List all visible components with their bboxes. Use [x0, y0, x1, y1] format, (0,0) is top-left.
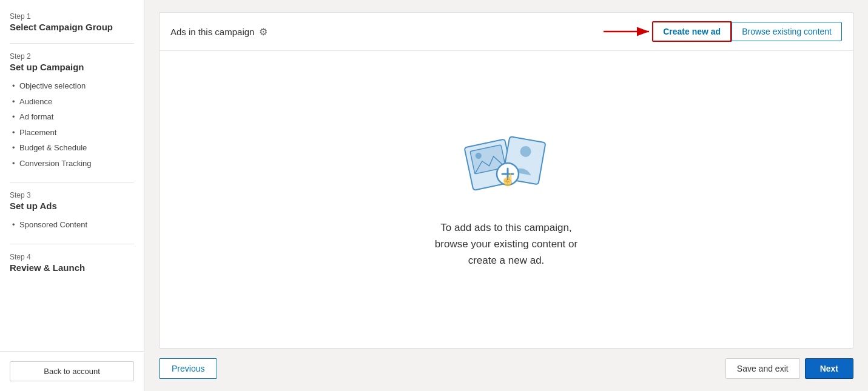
campaign-panel: Ads in this campaign ⚙ Create new ad: [159, 12, 853, 349]
panel-header-right: Create new ad Browse existing content: [652, 21, 842, 42]
step-2-items: Objective selection Audience Ad format P…: [12, 78, 134, 171]
list-item[interactable]: Placement: [12, 125, 134, 141]
step-2-section: Step 2 Set up Campaign Objective selecti…: [10, 52, 134, 171]
empty-state-line3: create a new ad.: [435, 252, 577, 269]
red-arrow-annotation: [604, 23, 658, 40]
panel-header: Ads in this campaign ⚙ Create new ad: [160, 13, 853, 51]
right-buttons: Save and exit Next: [725, 358, 853, 379]
panel-body-empty-state: ☝ To add ads to this campaign, browse yo…: [160, 51, 853, 348]
main-content: Ads in this campaign ⚙ Create new ad: [144, 0, 868, 391]
list-item[interactable]: Budget & Schedule: [12, 140, 134, 156]
previous-button[interactable]: Previous: [159, 358, 217, 379]
step-1-section: Step 1 Select Campaign Group: [10, 12, 134, 32]
sidebar-footer: Back to account: [0, 351, 144, 391]
step-1-label: Step 1: [10, 12, 134, 21]
step-3-items: Sponsored Content: [12, 217, 134, 233]
empty-state-text: To add ads to this campaign, browse your…: [435, 219, 577, 269]
gear-icon[interactable]: ⚙: [259, 26, 267, 38]
empty-state-line1: To add ads to this campaign,: [435, 219, 577, 236]
step-1-title: Select Campaign Group: [10, 22, 134, 32]
list-item[interactable]: Audience: [12, 94, 134, 110]
step-4-section: Step 4 Review & Launch: [10, 253, 134, 273]
step-4-label: Step 4: [10, 253, 134, 261]
list-item[interactable]: Objective selection: [12, 78, 134, 94]
step-4-title: Review & Launch: [10, 262, 134, 273]
step-2-title: Set up Campaign: [10, 62, 134, 72]
next-button[interactable]: Next: [805, 358, 853, 379]
list-item[interactable]: Ad format: [12, 109, 134, 125]
step-2-label: Step 2: [10, 52, 134, 61]
list-item[interactable]: Sponsored Content: [12, 217, 134, 233]
svg-text:☝: ☝: [500, 172, 515, 187]
ads-in-campaign-label: Ads in this campaign: [170, 27, 254, 37]
save-and-exit-button[interactable]: Save and exit: [725, 358, 800, 379]
create-new-ad-button[interactable]: Create new ad: [652, 21, 732, 42]
step-3-title: Set up Ads: [10, 201, 134, 211]
panel-header-left: Ads in this campaign ⚙: [170, 26, 267, 38]
empty-state-line2: browse your existing content or: [435, 236, 577, 252]
empty-state-illustration: ☝: [458, 130, 555, 205]
bottom-bar: Previous Save and exit Next: [159, 358, 853, 379]
list-item[interactable]: Conversion Tracking: [12, 156, 134, 172]
browse-existing-content-button[interactable]: Browse existing content: [732, 22, 842, 41]
sidebar: Step 1 Select Campaign Group Step 2 Set …: [0, 0, 144, 391]
step-3-section: Step 3 Set up Ads Sponsored Content: [10, 191, 134, 233]
back-to-account-button[interactable]: Back to account: [10, 361, 134, 381]
step-3-label: Step 3: [10, 191, 134, 199]
